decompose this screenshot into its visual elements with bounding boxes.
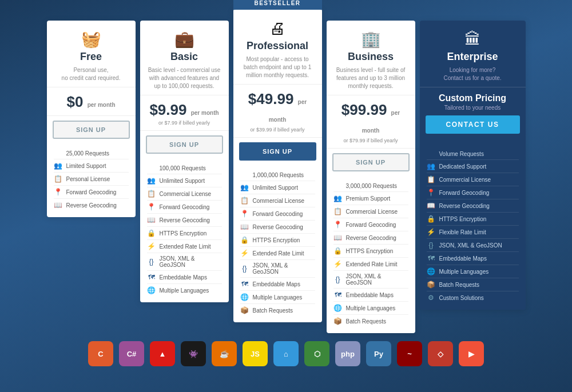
enterprise-feature-text: Custom Solutions — [439, 295, 484, 301]
plan-header-professional: 🖨 Professional Most popular - access to … — [233, 10, 322, 85]
plan-card-enterprise: 🏛 Enterprise Looking for more?Contact us… — [420, 21, 526, 310]
feature-icon: 🌐 — [333, 304, 343, 312]
plan-name-business: Business — [332, 51, 410, 63]
enterprise-feature-icon: {} — [427, 241, 436, 249]
enterprise-icon: 🏛 — [426, 30, 520, 49]
enterprise-feature-item: 🌐 Multiple Languages — [427, 265, 519, 278]
feature-icon: 🔒 — [240, 236, 249, 244]
feature-text: Commercial License — [160, 191, 212, 197]
feature-item: 👥 Premium Support — [333, 192, 408, 205]
feature-text: Batch Requests — [346, 318, 387, 325]
enterprise-feature-item: 📦 Batch Requests — [427, 278, 519, 291]
plan-name-professional: Professional — [239, 40, 316, 52]
enterprise-name: Enterprise — [426, 51, 520, 63]
feature-icon: 🌐 — [240, 293, 249, 301]
feature-item: 🗺 Embeddable Maps — [333, 289, 408, 302]
pricing-section: 🧺 Free Personal use,no credit card requi… — [0, 0, 572, 333]
feature-icon: 🗺 — [147, 273, 156, 281]
price-alt-business: or $79.99 if billed yearly — [332, 138, 410, 143]
enterprise-feature-item: ⚡ Flexible Rate Limit — [427, 226, 519, 239]
logo-swift: ▶ — [459, 341, 484, 366]
feature-icon: 📍 — [240, 210, 249, 218]
enterprise-feature-item: 🔒 HTTPS Encryption — [427, 213, 519, 226]
feature-item: 📍 Forward Geocoding — [54, 186, 129, 199]
feature-text: HTTPS Encryption — [253, 237, 300, 243]
logo-php: php — [335, 341, 360, 366]
plan-icon-business: 🏢 — [332, 30, 410, 49]
enterprise-feature-text: Multiple Languages — [439, 269, 489, 275]
price-period-free: per month — [88, 102, 116, 108]
feature-text: Extended Rate Limit — [346, 261, 398, 267]
feature-text: Reverse Geocoding — [346, 235, 396, 241]
enterprise-feature-text: Batch Requests — [439, 282, 480, 288]
enterprise-feature-text: Forward Geocoding — [439, 190, 490, 196]
page-wrapper: 🧺 Free Personal use,no credit card requi… — [0, 0, 572, 392]
feature-item: 🔒 HTTPS Encryption — [240, 234, 315, 247]
signup-button-basic[interactable]: SIGN UP — [146, 135, 223, 154]
feature-icon: 📍 — [147, 203, 156, 211]
feature-item: 📖 Reverse Geocoding — [333, 231, 408, 245]
feature-text: Limited Support — [66, 163, 106, 169]
plan-name-basic: Basic — [146, 51, 223, 63]
plan-price-professional: $49.99 per month or $39.99 if billed yea… — [233, 85, 322, 138]
enterprise-feature-item: 📋 Commercial License — [427, 173, 519, 186]
plan-cta-business: SIGN UP — [327, 149, 415, 176]
feature-text: HTTPS Encryption — [346, 248, 394, 254]
feature-item: ⚡ Extended Rate Limit — [240, 247, 315, 260]
feature-item: 📍 Forward Geocoding — [333, 218, 408, 231]
enterprise-feature-icon: 🗺 — [427, 254, 436, 262]
feature-text: 25,000 Requests — [66, 150, 110, 157]
feature-icon: 📋 — [333, 207, 343, 215]
enterprise-feature-item: 🗺 Embeddable Maps — [427, 252, 519, 265]
feature-icon: 📋 — [54, 175, 63, 183]
enterprise-feature-icon: 📖 — [427, 202, 436, 210]
feature-icon: 📋 — [147, 190, 156, 198]
enterprise-feature-icon: 📍 — [427, 189, 436, 197]
feature-icon: 🗺 — [240, 280, 249, 288]
enterprise-feature-text: Reverse Geocoding — [439, 203, 490, 209]
logo-c-lang: C — [88, 341, 113, 366]
feature-icon: 📖 — [147, 216, 156, 224]
feature-item: 📋 Commercial License — [333, 205, 408, 218]
logo-python: Py — [366, 341, 391, 366]
feature-item: 🌐 Multiple Languages — [240, 291, 315, 304]
plan-header-basic: 💼 Basic Basic level - commercial use wit… — [140, 21, 229, 95]
feature-item: 📦 Batch Requests — [240, 304, 315, 317]
logo-angular: ▲ — [150, 341, 175, 366]
feature-icon: ⚡ — [240, 249, 249, 257]
signup-button-professional[interactable]: SIGN UP — [239, 142, 316, 161]
feature-icon: 👥 — [333, 194, 343, 202]
feature-text: Unlimited Support — [160, 178, 205, 184]
feature-text: Extended Rate Limit — [253, 250, 304, 257]
feature-icon: 🌐 — [147, 286, 156, 294]
signup-button-free[interactable]: SIGN UP — [53, 121, 130, 139]
logo-csharp: C# — [119, 341, 144, 366]
feature-item: 📖 Reverse Geocoding — [240, 221, 315, 234]
plan-price-free: $0 per month — [47, 87, 136, 116]
contact-us-button[interactable]: CONTACT US — [426, 115, 520, 134]
plan-name-free: Free — [53, 51, 130, 63]
enterprise-feature-item: Volume Requests — [427, 149, 519, 160]
feature-icon: 📍 — [54, 188, 63, 196]
feature-icon: 📖 — [333, 234, 343, 242]
features-list-business: 3,000,000 Requests 👥 Premium Support 📋 C… — [327, 176, 415, 327]
enterprise-feature-icon: 📋 — [427, 175, 436, 183]
feature-icon: 📖 — [54, 201, 63, 209]
feature-text: Multiple Languages — [346, 305, 396, 311]
signup-button-business[interactable]: SIGN UP — [332, 153, 410, 171]
plan-card-business: 🏢 Business Business level - full suite o… — [327, 21, 415, 333]
logo-ruby: ◇ — [428, 341, 453, 366]
feature-item: 🌐 Multiple Languages — [333, 302, 408, 315]
feature-item: 👥 Unlimited Support — [147, 174, 222, 187]
enterprise-feature-item: ⚙ Custom Solutions — [427, 291, 519, 304]
plan-cta-free: SIGN UP — [47, 116, 136, 143]
feature-item: 📖 Reverse Geocoding — [147, 214, 222, 227]
feature-text: Premium Support — [346, 195, 391, 202]
logo-java: ☕ — [212, 341, 237, 366]
feature-item: 🌐 Multiple Languages — [147, 284, 222, 297]
feature-item: ⚡ Extended Rate Limit — [333, 258, 408, 271]
feature-text: Unlimited Support — [253, 185, 298, 191]
plan-desc-free: Personal use,no credit card required. — [53, 66, 130, 82]
feature-item: 3,000,000 Requests — [333, 181, 408, 192]
feature-item: {} JSON, XML & GeoJSON — [240, 260, 315, 278]
